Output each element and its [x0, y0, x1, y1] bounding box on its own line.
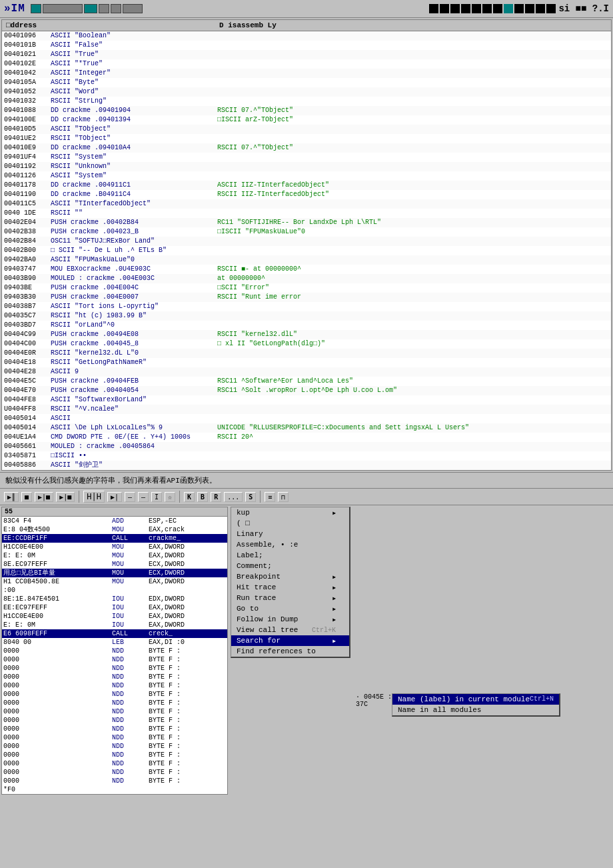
disasm-row[interactable]: 00404FE8ASCII "SoftwarexBorLand"	[2, 395, 611, 405]
submenu-item-0[interactable]: Name (label) in current moduleCtrl+N	[392, 694, 559, 705]
disasm-row[interactable]: 09401UE2RSCII "TObject"	[2, 134, 611, 143]
menu-item-label[interactable]: Label;	[231, 550, 349, 561]
tb-btn-3[interactable]	[84, 4, 97, 13]
st-box[interactable]: ⊓	[278, 492, 289, 502]
disasm-row[interactable]: 00401042ASCII "Integer"	[2, 69, 611, 78]
cpu-row[interactable]: H1CC0E4E00MOUEAX,DWORD	[2, 543, 227, 551]
tb-btn-6[interactable]	[123, 4, 143, 13]
cpu-row[interactable]: E:8 04数4500MOUEAX,crack	[2, 525, 227, 534]
st-list[interactable]: ≡	[265, 492, 275, 502]
disasm-row[interactable]: 09403B30PUSH crackme .004E0007RSCII "Run…	[2, 293, 611, 302]
cpu-row[interactable]: E: E: 0MMOUEAX,DWORD	[2, 551, 227, 560]
menu-item-follow-in-dump[interactable]: Follow in Dump ▶	[231, 614, 349, 625]
cpu-row[interactable]: 0000NDDBYTE F :	[2, 725, 227, 733]
disasm-row[interactable]: U0404FF8RSCII "^V.ncalee"	[2, 405, 611, 414]
st-b[interactable]: B	[197, 492, 208, 502]
tb-btn-2[interactable]	[43, 4, 83, 13]
menu-item-find-references-to[interactable]: Find references to	[231, 646, 349, 657]
disasm-row[interactable]: 00401178DD crackme .004911C1ASCII IIZ-TI…	[2, 181, 611, 190]
disasm-row[interactable]: 00402E04PUSH crackme .00402B84RC11 "SOFT…	[2, 218, 611, 227]
disasm-row[interactable]: 004038B7ASCII "Tort ions L-opyrtig"	[2, 302, 611, 311]
cpu-row[interactable]: 0000NDDBYTE F :	[2, 759, 227, 768]
tb-btn-5[interactable]	[111, 4, 121, 13]
disasm-row[interactable]: 00401021ASCII "True"	[2, 50, 611, 59]
st-s[interactable]: S	[245, 492, 256, 502]
disasm-row[interactable]: 00405014ASCII \De Lph LxLocalLes"% 9UNIC…	[2, 423, 611, 433]
disasm-row[interactable]: 09403747MOU EBXocrackme .0U4E903CRSCII ■…	[2, 265, 611, 274]
disasm-row[interactable]: 00405661MOULED : crackme .00405864	[2, 442, 611, 451]
disasm-row[interactable]: 00401126ASCII "System"	[2, 171, 611, 181]
disasm-row[interactable]: 09403BEPUSH crackme .004E004C□SCII "Erro…	[2, 283, 611, 293]
st-hh[interactable]: H|H	[83, 491, 105, 503]
cpu-row[interactable]: EE:CCDBF1FFCALLcrackme_	[2, 534, 227, 543]
st-k[interactable]: K	[184, 492, 195, 502]
cpu-row[interactable]: H1CC0E4E00IOUEAX,DWORD	[2, 612, 227, 621]
tb-btn-1[interactable]	[31, 4, 41, 13]
cpu-row[interactable]: 0000NDDBYTE F :	[2, 768, 227, 777]
disasm-row[interactable]: 0040102EASCII "*True"	[2, 59, 611, 69]
st-minus2[interactable]: —	[138, 492, 149, 502]
cpu-row[interactable]: 8E.EC97FEFFMOUECX,DWORD	[2, 560, 227, 569]
cpu-row[interactable]: 83C4 F4ADDESP,-EC	[2, 517, 227, 525]
cpu-row[interactable]: *F0	[2, 785, 227, 794]
disasm-row[interactable]: 00404E18RSCII "GetLongPathNameR"	[2, 358, 611, 367]
st-dots[interactable]: ...	[224, 492, 243, 502]
menu-item-linary[interactable]: Linary	[231, 529, 349, 539]
disasm-row[interactable]: 09401052ASCII "Word"	[2, 87, 611, 97]
st-r[interactable]: R	[211, 492, 221, 502]
disasm-row[interactable]: 09402BA0ASCII "FPUMaskUaLue"0	[2, 255, 611, 265]
disasm-row[interactable]: 0940105AASCII "Byte"	[2, 78, 611, 87]
disasm-row[interactable]: 00401190DD crackme .B04911C4RSCII IIZ-TI…	[2, 190, 611, 199]
cpu-row[interactable]: :00	[2, 586, 227, 595]
disasm-row[interactable]: 00404E0RRSCII "kernel32.dL L"0	[2, 349, 611, 358]
cpu-row[interactable]: 0000NDDBYTE F :	[2, 681, 227, 690]
tb-btn-4[interactable]	[99, 4, 109, 13]
disasm-row[interactable]: 00404E70PUSH crackme .00404054RSC11 ^Sol…	[2, 386, 611, 395]
menu-item-(-□[interactable]: ( □	[231, 518, 349, 529]
menu-item-hit-trace[interactable]: Hit trace ▶	[231, 582, 349, 593]
st-play[interactable]: ▶║	[4, 492, 19, 502]
disasm-row[interactable]: 004010D5ASCII "TObject"	[2, 125, 611, 134]
st-step[interactable]: ▶|■	[35, 492, 53, 502]
menu-item-go-to[interactable]: Go to ▶	[231, 603, 349, 614]
cpu-row[interactable]: 0000NDDBYTE F :	[2, 690, 227, 699]
st-minus[interactable]: —	[125, 492, 135, 502]
menu-item-comment[interactable]: Comment;	[231, 561, 349, 571]
disasm-row[interactable]: 004035C7RSCII "ht (c) 1983.99 B"	[2, 311, 611, 321]
disasm-row[interactable]: 004UE1A4CMD DWORD PTE . 0E/(EE . Y+4) 10…	[2, 433, 611, 442]
disasm-row[interactable]: 0040 1DERSCII ""	[2, 209, 611, 218]
st-arr[interactable]: ▶|	[107, 492, 122, 502]
menu-item-assemble[interactable]: Assemble, • :e	[231, 539, 349, 550]
cpu-row[interactable]: 0000NDDBYTE F :	[2, 707, 227, 716]
menu-item-breakpoint[interactable]: Breakpoint ▶	[231, 571, 349, 582]
disasm-row[interactable]: 00404E28ASCII 9	[2, 367, 611, 377]
menu-item-view-call-tree[interactable]: View call treeCtrl+K	[231, 625, 349, 635]
cpu-row[interactable]: 0000NDDBYTE F :	[2, 699, 227, 707]
disasm-row[interactable]: 09401UF4RSCII "System"	[2, 153, 611, 162]
cpu-row[interactable]: 0000NDDBYTE F :	[2, 742, 227, 751]
disasm-row[interactable]: 0940100EDD crackme .09401394□ISCII arZ-T…	[2, 115, 611, 125]
cpu-row[interactable]: 8040 00LEBEAX,DI :0	[2, 638, 227, 647]
disasm-row[interactable]: 00402B00□ SCII "-- De L uh .^ ETLs B"	[2, 246, 611, 255]
cpu-row[interactable]: 0000NDDBYTE F :	[2, 673, 227, 681]
cpu-row[interactable]: 0000NDDBYTE F :	[2, 664, 227, 673]
cpu-row[interactable]: H1 CC0B4500.8EMOUEAX,DWORD	[2, 577, 227, 586]
disasm-row[interactable]: 00404C99PUSH crackme .00494E08RSCII "ker…	[2, 330, 611, 339]
disasm-row[interactable]: 00403B90MOULED : crackme .004E003Cat 000…	[2, 274, 611, 283]
st-i[interactable]: I	[151, 492, 162, 502]
disasm-row[interactable]: 00401192RSCII "Unknown"	[2, 162, 611, 171]
menu-item-kup[interactable]: kup ▶	[231, 507, 349, 518]
cpu-row[interactable]: 0000NDDBYTE F :	[2, 751, 227, 759]
disasm-row[interactable]: 09401088DD crackme .09401904RSCII 07.^"T…	[2, 106, 611, 115]
disasm-row[interactable]: 004010E9DD crackme .094010A4RSCII 07.^"T…	[2, 143, 611, 153]
disasm-row[interactable]: 00401096ASCII "Boolean"	[2, 31, 611, 41]
cpu-row[interactable]: 0000NDDBYTE F :	[2, 647, 227, 655]
cpu-row[interactable]: E: E: 0MIOUEAX,DWORD	[2, 621, 227, 629]
menu-item-run-trace[interactable]: Run trace ▶	[231, 593, 349, 603]
cpu-row[interactable]: 0000NDDBYTE F :	[2, 777, 227, 785]
st-stop[interactable]: ■	[21, 492, 32, 502]
cpu-row[interactable]: EE:EC97FEFFIOUEAX,DWORD	[2, 603, 227, 612]
disasm-row[interactable]: 00402B38PUSH crackme .004023_B□ISCII "FP…	[2, 227, 611, 237]
cpu-row[interactable]: 0000NDDBYTE F :	[2, 655, 227, 664]
cpu-row[interactable]: 0000NDDBYTE F :	[2, 733, 227, 742]
